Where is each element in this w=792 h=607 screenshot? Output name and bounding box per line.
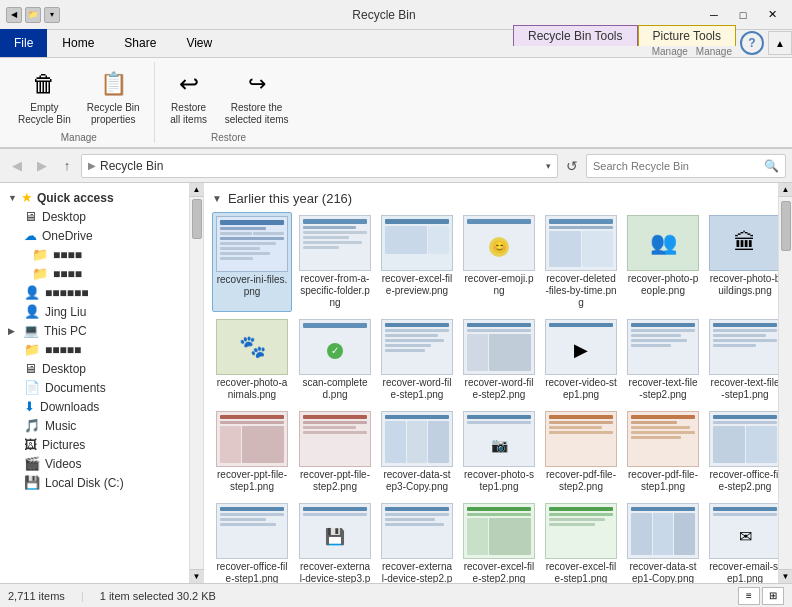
tab-share[interactable]: Share	[109, 29, 171, 57]
file-item-6[interactable]: 👥 recover-photo-people.png	[624, 212, 702, 312]
file-item-4[interactable]: 😊 recover-emoji.png	[460, 212, 538, 312]
right-scrollbar[interactable]: ▲ ▼	[778, 183, 792, 583]
sidebar-item-user3[interactable]: 👤 ■■■■■■	[0, 283, 189, 302]
file-item-14[interactable]: recover-text-file-step1.png	[706, 316, 778, 404]
folder-icon-2: 📁	[32, 266, 48, 281]
refresh-button[interactable]: ↺	[561, 155, 583, 177]
right-scroll-down[interactable]: ▼	[779, 569, 793, 583]
sidebar-item-local-disk[interactable]: 💾 Local Disk (C:)	[0, 473, 189, 492]
sidebar-desktop-label: Desktop	[42, 210, 86, 224]
quick-access-header[interactable]: ▼ ★ Quick access	[0, 187, 189, 207]
file-item-21[interactable]: recover-office-file-step2.png	[706, 408, 778, 496]
empty-recycle-bin-button[interactable]: 🗑 EmptyRecycle Bin	[12, 62, 77, 130]
search-icon[interactable]: 🔍	[764, 159, 779, 173]
sidebar-item-jing-liu[interactable]: 👤 Jing Liu	[0, 302, 189, 321]
file-name-7: recover-photo-buildings.png	[709, 273, 778, 297]
restore-all-items-button[interactable]: ↩ Restoreall items	[163, 62, 215, 130]
sidebar-item-videos[interactable]: 🎬 Videos	[0, 454, 189, 473]
empty-recycle-bin-label: EmptyRecycle Bin	[18, 102, 71, 126]
titlebar-title: Recycle Bin	[68, 8, 700, 22]
scroll-down-arrow[interactable]: ▼	[190, 569, 204, 583]
file-item-11[interactable]: recover-word-file-step2.png	[460, 316, 538, 404]
file-item-12[interactable]: ▶ recover-video-step1.png	[542, 316, 620, 404]
up-button[interactable]: ↑	[56, 155, 78, 177]
file-item-27[interactable]: recover-data-step1-Copy.png	[624, 500, 702, 583]
scroll-thumb[interactable]	[192, 199, 202, 239]
sidebar-item-this-pc[interactable]: ▶ 💻 This PC	[0, 321, 189, 340]
file-item-5[interactable]: recover-deleted-files-by-time.png	[542, 212, 620, 312]
sidebar-item-downloads[interactable]: ⬇ Downloads	[0, 397, 189, 416]
sidebar-item-music[interactable]: 🎵 Music	[0, 416, 189, 435]
file-item-1[interactable]: recover-ini-files.png	[212, 212, 292, 312]
section-expand-icon: ▼	[212, 193, 222, 204]
file-item-2[interactable]: recover-from-a-specific-folder.png	[296, 212, 374, 312]
restore-selected-items-label: Restore theselected items	[225, 102, 289, 126]
right-scroll-thumb[interactable]	[781, 201, 791, 251]
folder-icon[interactable]: 📁	[25, 7, 41, 23]
sidebar-item-desktop2[interactable]: 🖥 Desktop	[0, 359, 189, 378]
ribbon-collapse-button[interactable]: ▲	[768, 31, 792, 55]
tab-view[interactable]: View	[171, 29, 227, 57]
section-header[interactable]: ▼ Earlier this year (216)	[212, 189, 770, 212]
help-button[interactable]: ?	[740, 31, 764, 55]
sidebar-item-user2[interactable]: 📁 ■■■■	[0, 264, 189, 283]
file-item-3[interactable]: recover-excel-file-preview.png	[378, 212, 456, 312]
sidebar-item-onedrive[interactable]: ☁ OneDrive	[0, 226, 189, 245]
file-item-19[interactable]: recover-pdf-file-step2.png	[542, 408, 620, 496]
restore-selected-items-button[interactable]: ↪ Restore theselected items	[219, 62, 295, 130]
file-item-8[interactable]: 🐾 recover-photo-animals.png	[212, 316, 292, 404]
file-thumb-22	[216, 503, 288, 559]
breadcrumb-dropdown[interactable]: ▾	[546, 161, 551, 171]
file-item-22[interactable]: recover-office-file-step1.png	[212, 500, 292, 583]
back-button[interactable]: ◀	[6, 155, 28, 177]
file-item-9[interactable]: ✓ scan-completed.png	[296, 316, 374, 404]
right-scroll-up[interactable]: ▲	[779, 183, 793, 197]
maximize-button[interactable]: □	[729, 5, 757, 25]
file-item-24[interactable]: recover-external-device-step2.png	[378, 500, 456, 583]
file-item-16[interactable]: recover-ppt-file-step2.png	[296, 408, 374, 496]
tab-file[interactable]: File	[0, 29, 47, 57]
sidebar-item-desktop[interactable]: 🖥 Desktop	[0, 207, 189, 226]
sidebar-user2-label: ■■■■	[53, 267, 82, 281]
file-item-25[interactable]: recover-excel-file-step2.png	[460, 500, 538, 583]
search-input[interactable]	[593, 160, 764, 172]
file-item-28[interactable]: ✉ recover-email-step1.png	[706, 500, 778, 583]
ribbon-tab-bar: File Home Share View Recycle Bin Tools P…	[0, 30, 792, 58]
recycle-bin-properties-button[interactable]: 📋 Recycle Binproperties	[81, 62, 146, 130]
statusbar-separator: |	[81, 590, 84, 602]
forward-button[interactable]: ▶	[31, 155, 53, 177]
recycle-bin-properties-icon: 📋	[95, 66, 131, 102]
file-name-12: recover-video-step1.png	[545, 377, 617, 401]
file-item-26[interactable]: recover-excel-file-step1.png	[542, 500, 620, 583]
tab-home[interactable]: Home	[47, 29, 109, 57]
scroll-up-arrow[interactable]: ▲	[190, 183, 204, 197]
details-view-button[interactable]: ≡	[738, 587, 760, 605]
file-item-7[interactable]: 🏛 recover-photo-buildings.png	[706, 212, 778, 312]
recycle-bin-tools-context-tab[interactable]: Recycle Bin Tools	[513, 25, 638, 46]
sidebar-scrollbar[interactable]: ▲ ▼	[190, 183, 204, 583]
this-pc-icon: 💻	[23, 323, 39, 338]
file-item-10[interactable]: recover-word-file-step1.png	[378, 316, 456, 404]
search-box[interactable]: 🔍	[586, 154, 786, 178]
dropdown-icon[interactable]: ▾	[44, 7, 60, 23]
file-name-3: recover-excel-file-preview.png	[381, 273, 453, 297]
file-item-23[interactable]: 💾 recover-external-device-step3.png	[296, 500, 374, 583]
file-name-6: recover-photo-people.png	[627, 273, 699, 297]
minimize-button[interactable]: ─	[700, 5, 728, 25]
file-item-17[interactable]: recover-data-step3-Copy.png	[378, 408, 456, 496]
sidebar-item-user1[interactable]: 📁 ■■■■	[0, 245, 189, 264]
file-item-15[interactable]: recover-ppt-file-step1.png	[212, 408, 292, 496]
file-name-17: recover-data-step3-Copy.png	[381, 469, 453, 493]
close-button[interactable]: ✕	[758, 5, 786, 25]
file-item-18[interactable]: 📷 recover-photo-step1.png	[460, 408, 538, 496]
breadcrumb-bar[interactable]: ▶ Recycle Bin ▾	[81, 154, 558, 178]
quick-access-icon[interactable]: ◀	[6, 7, 22, 23]
file-item-20[interactable]: recover-pdf-file-step1.png	[624, 408, 702, 496]
sidebar-item-documents[interactable]: 📄 Documents	[0, 378, 189, 397]
large-icons-view-button[interactable]: ⊞	[762, 587, 784, 605]
sidebar-item-pictures[interactable]: 🖼 Pictures	[0, 435, 189, 454]
picture-tools-context-tab[interactable]: Picture Tools	[638, 25, 736, 46]
file-item-13[interactable]: recover-text-file-step2.png	[624, 316, 702, 404]
file-thumb-7: 🏛	[709, 215, 778, 271]
sidebar-item-user4[interactable]: 📁 ■■■■■	[0, 340, 189, 359]
